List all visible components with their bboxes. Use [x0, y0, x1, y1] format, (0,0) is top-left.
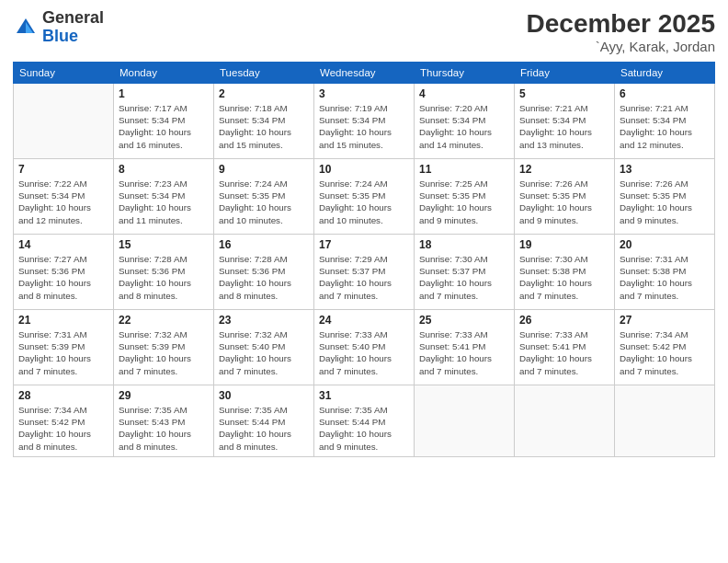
day-number: 20 [620, 238, 710, 251]
day-number: 6 [620, 87, 710, 100]
calendar-week-row: 28Sunrise: 7:34 AM Sunset: 5:42 PM Dayli… [14, 385, 715, 457]
day-info: Sunrise: 7:29 AM Sunset: 5:37 PM Dayligh… [319, 253, 409, 302]
calendar: Sunday Monday Tuesday Wednesday Thursday… [13, 62, 715, 457]
day-number: 28 [18, 389, 108, 402]
calendar-week-row: 14Sunrise: 7:27 AM Sunset: 5:36 PM Dayli… [14, 235, 715, 310]
day-number: 15 [119, 238, 209, 251]
table-row: 14Sunrise: 7:27 AM Sunset: 5:36 PM Dayli… [14, 235, 114, 310]
day-number: 25 [419, 314, 509, 327]
table-row: 17Sunrise: 7:29 AM Sunset: 5:37 PM Dayli… [314, 235, 415, 310]
day-number: 3 [319, 87, 409, 100]
day-info: Sunrise: 7:22 AM Sunset: 5:34 PM Dayligh… [18, 178, 108, 226]
day-info: Sunrise: 7:24 AM Sunset: 5:35 PM Dayligh… [219, 178, 309, 226]
header-thursday: Thursday [415, 63, 515, 84]
day-number: 1 [119, 87, 209, 100]
table-row: 10Sunrise: 7:24 AM Sunset: 5:35 PM Dayli… [314, 159, 415, 235]
table-row: 23Sunrise: 7:32 AM Sunset: 5:40 PM Dayli… [214, 310, 314, 385]
day-info: Sunrise: 7:23 AM Sunset: 5:34 PM Dayligh… [119, 178, 209, 226]
day-number: 9 [219, 163, 309, 176]
day-info: Sunrise: 7:32 AM Sunset: 5:40 PM Dayligh… [219, 328, 309, 377]
table-row: 13Sunrise: 7:26 AM Sunset: 5:35 PM Dayli… [615, 159, 715, 235]
day-number: 26 [519, 314, 609, 327]
day-info: Sunrise: 7:33 AM Sunset: 5:41 PM Dayligh… [519, 328, 609, 377]
logo-general: General [42, 8, 104, 27]
calendar-week-row: 21Sunrise: 7:31 AM Sunset: 5:39 PM Dayli… [14, 310, 715, 385]
day-info: Sunrise: 7:26 AM Sunset: 5:35 PM Dayligh… [519, 178, 609, 226]
day-number: 4 [419, 87, 509, 100]
month-title: December 2025 [527, 9, 715, 39]
day-number: 23 [219, 314, 309, 327]
table-row: 15Sunrise: 7:28 AM Sunset: 5:36 PM Dayli… [114, 235, 214, 310]
day-number: 10 [319, 163, 409, 176]
table-row: 2Sunrise: 7:18 AM Sunset: 5:34 PM Daylig… [214, 84, 314, 159]
day-info: Sunrise: 7:17 AM Sunset: 5:34 PM Dayligh… [119, 102, 209, 151]
day-info: Sunrise: 7:28 AM Sunset: 5:36 PM Dayligh… [119, 253, 209, 302]
table-row: 30Sunrise: 7:35 AM Sunset: 5:44 PM Dayli… [214, 385, 314, 457]
day-info: Sunrise: 7:28 AM Sunset: 5:36 PM Dayligh… [219, 253, 309, 302]
table-row: 21Sunrise: 7:31 AM Sunset: 5:39 PM Dayli… [14, 310, 114, 385]
day-info: Sunrise: 7:33 AM Sunset: 5:41 PM Dayligh… [419, 328, 509, 377]
day-number: 8 [119, 163, 209, 176]
table-row: 24Sunrise: 7:33 AM Sunset: 5:40 PM Dayli… [314, 310, 415, 385]
table-row: 7Sunrise: 7:22 AM Sunset: 5:34 PM Daylig… [14, 159, 114, 235]
day-number: 22 [119, 314, 209, 327]
table-row: 9Sunrise: 7:24 AM Sunset: 5:35 PM Daylig… [214, 159, 314, 235]
table-row [515, 385, 615, 457]
header-tuesday: Tuesday [214, 63, 314, 84]
header-monday: Monday [114, 63, 214, 84]
table-row: 16Sunrise: 7:28 AM Sunset: 5:36 PM Dayli… [214, 235, 314, 310]
table-row: 31Sunrise: 7:35 AM Sunset: 5:44 PM Dayli… [314, 385, 415, 457]
day-number: 16 [219, 238, 309, 251]
header-wednesday: Wednesday [314, 63, 415, 84]
day-number: 12 [519, 163, 609, 176]
day-number: 2 [219, 87, 309, 100]
table-row: 1Sunrise: 7:17 AM Sunset: 5:34 PM Daylig… [114, 84, 214, 159]
table-row [615, 385, 715, 457]
table-row: 28Sunrise: 7:34 AM Sunset: 5:42 PM Dayli… [14, 385, 114, 457]
page: General Blue December 2025 `Ayy, Karak, … [0, 0, 728, 563]
table-row: 20Sunrise: 7:31 AM Sunset: 5:38 PM Dayli… [615, 235, 715, 310]
day-number: 30 [219, 389, 309, 402]
day-info: Sunrise: 7:19 AM Sunset: 5:34 PM Dayligh… [319, 102, 409, 151]
day-info: Sunrise: 7:21 AM Sunset: 5:34 PM Dayligh… [519, 102, 609, 151]
header: General Blue December 2025 `Ayy, Karak, … [13, 9, 715, 54]
table-row: 26Sunrise: 7:33 AM Sunset: 5:41 PM Dayli… [515, 310, 615, 385]
table-row: 29Sunrise: 7:35 AM Sunset: 5:43 PM Dayli… [114, 385, 214, 457]
day-number: 18 [419, 238, 509, 251]
day-info: Sunrise: 7:31 AM Sunset: 5:38 PM Dayligh… [620, 253, 710, 302]
logo: General Blue [13, 9, 104, 46]
day-info: Sunrise: 7:33 AM Sunset: 5:40 PM Dayligh… [319, 328, 409, 377]
calendar-week-row: 7Sunrise: 7:22 AM Sunset: 5:34 PM Daylig… [14, 159, 715, 235]
logo-text: General Blue [42, 9, 104, 46]
day-info: Sunrise: 7:34 AM Sunset: 5:42 PM Dayligh… [18, 404, 108, 453]
day-number: 21 [18, 314, 108, 327]
day-number: 24 [319, 314, 409, 327]
table-row: 12Sunrise: 7:26 AM Sunset: 5:35 PM Dayli… [515, 159, 615, 235]
table-row [14, 84, 114, 159]
day-info: Sunrise: 7:32 AM Sunset: 5:39 PM Dayligh… [119, 328, 209, 377]
day-number: 17 [319, 238, 409, 251]
day-info: Sunrise: 7:20 AM Sunset: 5:34 PM Dayligh… [419, 102, 509, 151]
table-row: 3Sunrise: 7:19 AM Sunset: 5:34 PM Daylig… [314, 84, 415, 159]
table-row: 4Sunrise: 7:20 AM Sunset: 5:34 PM Daylig… [415, 84, 515, 159]
day-info: Sunrise: 7:34 AM Sunset: 5:42 PM Dayligh… [620, 328, 710, 377]
day-number: 11 [419, 163, 509, 176]
day-info: Sunrise: 7:35 AM Sunset: 5:43 PM Dayligh… [119, 404, 209, 453]
day-info: Sunrise: 7:27 AM Sunset: 5:36 PM Dayligh… [18, 253, 108, 302]
day-number: 29 [119, 389, 209, 402]
day-info: Sunrise: 7:30 AM Sunset: 5:38 PM Dayligh… [519, 253, 609, 302]
day-info: Sunrise: 7:35 AM Sunset: 5:44 PM Dayligh… [319, 404, 409, 453]
table-row: 6Sunrise: 7:21 AM Sunset: 5:34 PM Daylig… [615, 84, 715, 159]
day-number: 7 [18, 163, 108, 176]
table-row: 27Sunrise: 7:34 AM Sunset: 5:42 PM Dayli… [615, 310, 715, 385]
logo-icon [13, 15, 39, 40]
day-info: Sunrise: 7:26 AM Sunset: 5:35 PM Dayligh… [620, 178, 710, 226]
day-info: Sunrise: 7:24 AM Sunset: 5:35 PM Dayligh… [319, 178, 409, 226]
day-info: Sunrise: 7:30 AM Sunset: 5:37 PM Dayligh… [419, 253, 509, 302]
header-sunday: Sunday [14, 63, 114, 84]
table-row [415, 385, 515, 457]
day-number: 27 [620, 314, 710, 327]
day-number: 13 [620, 163, 710, 176]
header-friday: Friday [515, 63, 615, 84]
day-info: Sunrise: 7:25 AM Sunset: 5:35 PM Dayligh… [419, 178, 509, 226]
